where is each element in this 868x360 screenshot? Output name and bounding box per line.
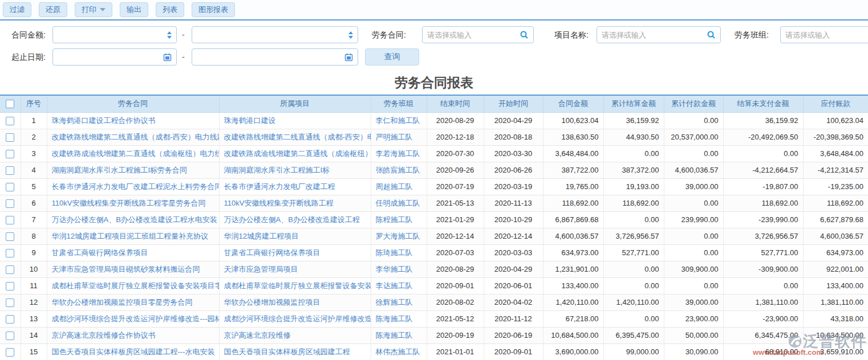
- labor-contract-link[interactable]: 改建铁路成渝线增建第二直通线（成渝枢纽）电力线: [52, 149, 220, 158]
- team-link[interactable]: 徐辉施工队: [376, 298, 413, 306]
- project-link[interactable]: 长春市伊通河水力发电厂改建工程: [224, 182, 335, 191]
- row-checkbox[interactable]: [6, 199, 14, 208]
- labor-contract-link[interactable]: 天津市应急管理局项目砌筑砂浆材料搬运合同: [52, 265, 200, 273]
- col-header-accounts-payable[interactable]: 应付账款: [803, 95, 868, 112]
- project-link[interactable]: 珠海鹤港口建设: [224, 116, 276, 125]
- project-link[interactable]: 天津市应急管理局项目: [224, 265, 298, 273]
- col-header-labor-contract[interactable]: 劳务合同: [47, 95, 219, 112]
- row-checkbox[interactable]: [6, 298, 14, 307]
- col-header-team[interactable]: 劳务班组: [371, 95, 427, 112]
- project-link[interactable]: 京沪高速北京段维修: [224, 331, 291, 339]
- row-checkbox[interactable]: [6, 332, 14, 340]
- list-view-button[interactable]: 列表: [156, 2, 184, 17]
- col-header-contract-amount[interactable]: 合同金额: [543, 95, 603, 112]
- labor-team-field[interactable]: [785, 31, 867, 39]
- labor-contract-link[interactable]: 长春市伊通河水力发电厂改建工程泥水上料劳务合同: [52, 182, 220, 191]
- project-link[interactable]: 110kV安徽线程集变开断线路工程: [224, 199, 334, 207]
- labor-contract-link[interactable]: 成都沙河环境综合提升改造运河护岸维修改造---园林: [52, 314, 220, 323]
- date-start-input[interactable]: [52, 48, 177, 66]
- labor-contract-link[interactable]: 华软办公楼增加视频监控项目零星劳务合同: [52, 298, 193, 306]
- calendar-icon[interactable]: [344, 53, 353, 62]
- team-link[interactable]: 李华施工队: [376, 265, 413, 273]
- labor-contract-link[interactable]: 国色天香项目实体样板房区域园建工程---水电安装: [52, 347, 215, 356]
- project-link[interactable]: 国色天香项目实体样板房区域园建工程: [224, 347, 350, 356]
- date-end-input[interactable]: [192, 48, 358, 66]
- select-all-checkbox[interactable]: [6, 100, 14, 108]
- project-link[interactable]: 改建铁路线增建第二线直通线（成都-西安）电力: [224, 133, 371, 141]
- team-link[interactable]: 严明施工队: [376, 133, 413, 141]
- restore-button[interactable]: 还原: [39, 2, 67, 17]
- query-button[interactable]: 查询: [365, 48, 419, 66]
- row-checkbox[interactable]: [6, 117, 14, 125]
- filter-button[interactable]: 过滤: [3, 2, 31, 17]
- project-link[interactable]: 湖南洞庭湖水库引水工程施工I标: [224, 166, 330, 174]
- team-link[interactable]: 林伟杰施工队: [376, 347, 420, 356]
- team-link[interactable]: 任明成施工队: [376, 199, 420, 207]
- project-link[interactable]: 华软办公楼增加视频监控项目: [224, 298, 321, 306]
- col-header-end-date[interactable]: 结束时间: [427, 95, 484, 112]
- team-link[interactable]: 陈海施工队: [376, 314, 413, 323]
- project-link[interactable]: 甘肃省工商银行网络保养项目: [224, 248, 321, 257]
- row-checkbox[interactable]: [6, 133, 14, 142]
- spinner-icon[interactable]: [345, 31, 353, 39]
- row-checkbox[interactable]: [6, 249, 14, 257]
- amount-max-input[interactable]: [192, 26, 358, 43]
- col-header-paid-amount[interactable]: 累计付款金额: [664, 95, 723, 112]
- col-header-start-date[interactable]: 开始时间: [484, 95, 543, 112]
- team-link[interactable]: 张皓宸施工队: [376, 166, 420, 174]
- amount-max-field[interactable]: [197, 31, 345, 39]
- project-link[interactable]: 改建铁路成渝线增建第二直通线（成渝枢纽）: [224, 149, 371, 158]
- col-header-project[interactable]: 所属项目: [219, 95, 371, 112]
- chart-report-button[interactable]: 图形报表: [192, 2, 235, 17]
- labor-team-input[interactable]: [780, 26, 868, 43]
- project-link[interactable]: 万达办公楼左侧A、B办公楼改造建设工程: [224, 215, 360, 224]
- team-link[interactable]: 李仁和施工队: [376, 116, 420, 125]
- amount-min-field[interactable]: [58, 31, 164, 39]
- spinner-icon[interactable]: [164, 31, 172, 39]
- calendar-icon[interactable]: [163, 53, 172, 62]
- team-link[interactable]: 李若海施工队: [376, 149, 420, 158]
- row-checkbox[interactable]: [6, 315, 14, 324]
- row-checkbox[interactable]: [6, 348, 14, 357]
- labor-contract-link[interactable]: 成都杜甫草堂临时展厅独立展柜报警设备安装项目零星: [52, 281, 220, 290]
- project-name-field[interactable]: [602, 31, 707, 39]
- row-checkbox[interactable]: [6, 216, 14, 224]
- row-checkbox[interactable]: [6, 232, 14, 241]
- team-link[interactable]: 陈海施工队: [376, 331, 413, 339]
- labor-contract-field[interactable]: [427, 31, 520, 39]
- labor-contract-link[interactable]: 改建铁路线增建第二线直通线（成都-西安）电力线路: [52, 133, 220, 141]
- project-link[interactable]: 成都杜甫草堂临时展厅独立展柜报警设备安装: [224, 281, 371, 290]
- team-link[interactable]: 周超施工队: [376, 182, 413, 191]
- print-button[interactable]: 打印: [75, 2, 112, 17]
- team-link[interactable]: 陈琦施工队: [376, 248, 413, 257]
- labor-contract-input[interactable]: [422, 26, 534, 43]
- project-link[interactable]: 华润12城房建工程项目: [224, 232, 299, 240]
- col-header-settled-unpaid-amount[interactable]: 结算未支付金额: [723, 95, 803, 112]
- row-checkbox[interactable]: [6, 150, 14, 158]
- search-icon[interactable]: [520, 30, 529, 39]
- col-header-index[interactable]: 序号: [21, 95, 47, 112]
- labor-contract-link[interactable]: 湖南洞庭湖水库引水工程施工I标劳务合同: [52, 166, 188, 174]
- project-link[interactable]: 成都沙河环境综合提升改造运河护岸维修改造: [224, 314, 371, 323]
- col-header-settled-amount[interactable]: 累计结算金额: [603, 95, 664, 112]
- labor-contract-link[interactable]: 110kV安徽线程集变开断线路工程零星劳务合同: [52, 199, 206, 207]
- row-checkbox[interactable]: [6, 282, 14, 291]
- export-button[interactable]: 输出: [120, 2, 148, 17]
- row-checkbox[interactable]: [6, 265, 14, 274]
- team-link[interactable]: 罗大海施工队: [376, 232, 420, 240]
- row-checkbox[interactable]: [6, 166, 14, 175]
- labor-contract-link[interactable]: 京沪高速北京段维修合作协议书: [52, 331, 156, 339]
- date-end-field[interactable]: [197, 53, 344, 62]
- labor-contract-link[interactable]: 珠海鹤港口建设工程合作协议书: [52, 116, 156, 125]
- labor-contract-link[interactable]: 万达办公楼左侧A、B办公楼改造建设工程水电安装: [52, 215, 217, 224]
- row-checkbox[interactable]: [6, 183, 14, 191]
- search-icon[interactable]: [707, 30, 716, 39]
- project-name-input[interactable]: [597, 26, 721, 43]
- amount-min-input[interactable]: [52, 26, 177, 43]
- labor-contract-link[interactable]: 华润12城房建工程项目泥工班组工程量补充协议: [52, 232, 208, 240]
- labor-contract-link[interactable]: 甘肃省工商银行网络保养项目: [52, 248, 148, 257]
- team-link[interactable]: 陈程施工队: [376, 215, 413, 224]
- team-link[interactable]: 李达施工队: [376, 281, 413, 290]
- table-cell: 2020-09-26: [427, 162, 484, 178]
- date-start-field[interactable]: [58, 53, 163, 62]
